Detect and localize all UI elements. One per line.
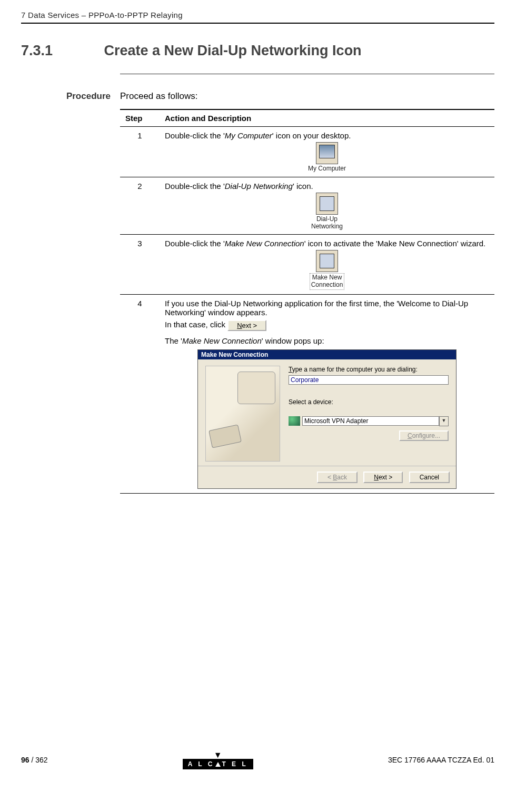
icon-label: My Computer [308,165,346,173]
divider-line [120,74,494,74]
table-row: 4 If you use the Dial-Up Networking appl… [120,294,494,493]
table-row: 3 Double-click the 'Make New Connection'… [120,235,494,295]
wizard-footer: < Back < Back Next > Next > Cancel [198,466,456,488]
device-field-label: Select a device: [289,398,449,406]
document-id: 3EC 17766 AAAA TCZZA Ed. 01 [388,756,494,764]
next-button[interactable]: Next > [227,320,266,331]
table-row: 1 Double-click the 'My Computer' icon on… [120,127,494,177]
icon-label: Dial-Up Networking [311,216,343,230]
step4-line2: In that case, click Next > [165,320,489,331]
next-button[interactable]: Next > [363,472,403,483]
intro-text: Proceed as follows: [120,91,494,102]
step-description: Double-click the 'Make New Connection' i… [160,235,494,295]
page-number: 96 / 362 [21,756,48,764]
section-title-text: Create a New Dial-Up Networking Icon [104,43,362,58]
cancel-button[interactable]: Cancel [409,472,450,483]
col-header-action: Action and Description [160,109,494,127]
step4-line3: The 'Make New Connection' window pops up… [165,336,489,345]
window-titlebar: Make New Connection [198,350,456,359]
device-select[interactable]: Microsoft VPN Adapter [302,416,439,426]
steps-table: Step Action and Description 1 Double-cli… [120,109,494,494]
step-description: Double-click the 'Dial-Up Networking' ic… [160,177,494,235]
back-button: < Back [317,472,358,483]
step-number: 1 [120,127,160,177]
step-number: 2 [120,177,160,235]
my-computer-icon [316,142,338,164]
connection-name-input[interactable] [289,375,449,385]
col-header-step: Step [120,109,160,127]
running-header: 7 Data Services – PPPoA-to-PPTP Relaying [21,11,494,24]
chevron-down-icon[interactable]: ▼ [439,416,449,426]
make-new-connection-window: Make New Connection TType a name for the… [197,349,456,489]
make-new-connection-icon [316,250,338,272]
page-footer: 96 / 362 ▼ A L CT E L A L C T E L 3EC 17… [21,750,494,769]
wizard-illustration [205,366,280,462]
icon-label: Make New Connection [310,273,345,290]
step-description: Double-click the 'My Computer' icon on y… [160,127,494,177]
step4-line1: If you use the Dial-Up Networking applic… [165,299,489,317]
section-number: 7.3.1 [21,43,100,59]
alcatel-logo: A L CT E L [183,759,253,769]
configure-button[interactable]: Configure... [399,430,449,441]
step-description: If you use the Dial-Up Networking applic… [160,294,494,493]
step-number: 4 [120,294,160,493]
name-field-label: TType a name for the computer you are di… [289,366,449,373]
section-title-row: 7.3.1 Create a New Dial-Up Networking Ic… [21,43,494,59]
subheading-procedure: Procedure [21,91,120,102]
device-icon [289,416,300,426]
step-number: 3 [120,235,160,295]
dial-up-networking-icon [316,193,338,215]
table-row: 2 Double-click the 'Dial-Up Networking' … [120,177,494,235]
